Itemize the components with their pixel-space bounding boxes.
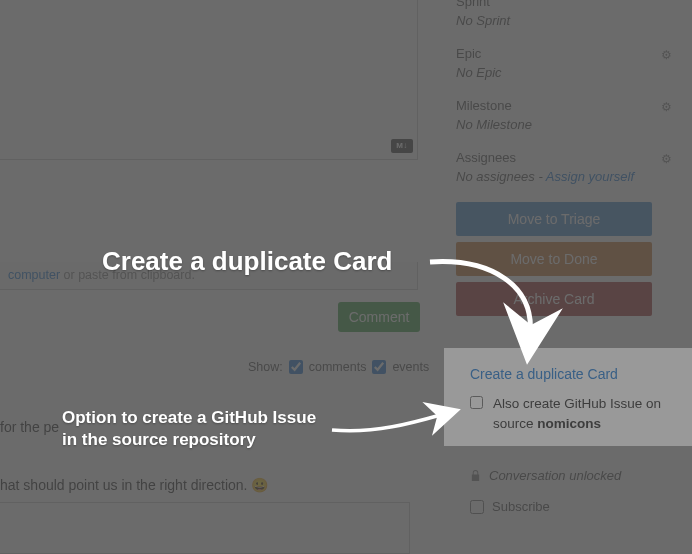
arrow-top-icon	[420, 250, 560, 360]
create-duplicate-link[interactable]: Create a duplicate Card	[470, 366, 672, 382]
lock-text: Conversation unlocked	[489, 468, 621, 483]
show-events-label: events	[392, 360, 429, 374]
callout-line2: in the source repository	[62, 429, 316, 451]
callout-duplicate-title: Create a duplicate Card	[102, 246, 392, 277]
show-events-checkbox[interactable]	[372, 360, 386, 374]
assignees-section: Assignees No assignees - Assign yourself…	[456, 150, 672, 184]
lock-icon	[470, 469, 481, 482]
conversation-lock-row[interactable]: Conversation unlocked	[456, 468, 676, 483]
source-repo-name: nomicons	[537, 416, 601, 431]
also-create-issue-checkbox[interactable]	[470, 395, 483, 410]
show-filter-row: Show: comments events	[248, 360, 429, 374]
also-create-issue-row[interactable]: Also create GitHub Issue on source nomic…	[470, 394, 672, 433]
gear-icon[interactable]: ⚙	[661, 48, 672, 62]
subscribe-label: Subscribe	[492, 499, 550, 514]
sprint-value: No Sprint	[456, 13, 672, 28]
sprint-heading: Sprint	[456, 0, 672, 9]
thread-fragment-1: for the pe	[0, 419, 59, 435]
move-to-triage-button[interactable]: Move to Triage	[456, 202, 652, 236]
reply-textarea[interactable]	[0, 502, 410, 554]
arrow-bottom-icon	[326, 400, 456, 440]
show-comments-label: comments	[309, 360, 367, 374]
assignees-value: No assignees - Assign yourself	[456, 169, 672, 184]
callout-line1: Option to create a GitHub Issue	[62, 407, 316, 429]
markdown-icon: M↓	[391, 139, 413, 153]
comment-textarea[interactable]: M↓	[0, 0, 418, 160]
epic-heading: Epic	[456, 46, 672, 61]
attach-computer-link[interactable]: computer	[8, 268, 60, 282]
comment-button[interactable]: Comment	[338, 302, 420, 332]
epic-value: No Epic	[456, 65, 672, 80]
milestone-value: No Milestone	[456, 117, 672, 132]
milestone-heading: Milestone	[456, 98, 672, 113]
subscribe-row[interactable]: Subscribe	[456, 499, 676, 514]
subscribe-checkbox[interactable]	[470, 500, 484, 514]
gear-icon[interactable]: ⚙	[661, 100, 672, 114]
callout-github-issue: Option to create a GitHub Issue in the s…	[62, 407, 316, 451]
show-comments-checkbox[interactable]	[289, 360, 303, 374]
duplicate-card-popover: Create a duplicate Card Also create GitH…	[444, 348, 692, 446]
show-label: Show:	[248, 360, 283, 374]
assign-yourself-link[interactable]: Assign yourself	[546, 169, 634, 184]
epic-section: Epic No Epic ⚙	[456, 46, 672, 80]
also-create-issue-label: Also create GitHub Issue on source nomic…	[493, 394, 672, 433]
gear-icon[interactable]: ⚙	[661, 152, 672, 166]
assignees-prefix: No assignees -	[456, 169, 546, 184]
milestone-section: Milestone No Milestone ⚙	[456, 98, 672, 132]
sprint-section: Sprint No Sprint	[456, 0, 672, 28]
assignees-heading: Assignees	[456, 150, 672, 165]
thread-fragment-2: hat should point us in the right directi…	[0, 477, 268, 493]
